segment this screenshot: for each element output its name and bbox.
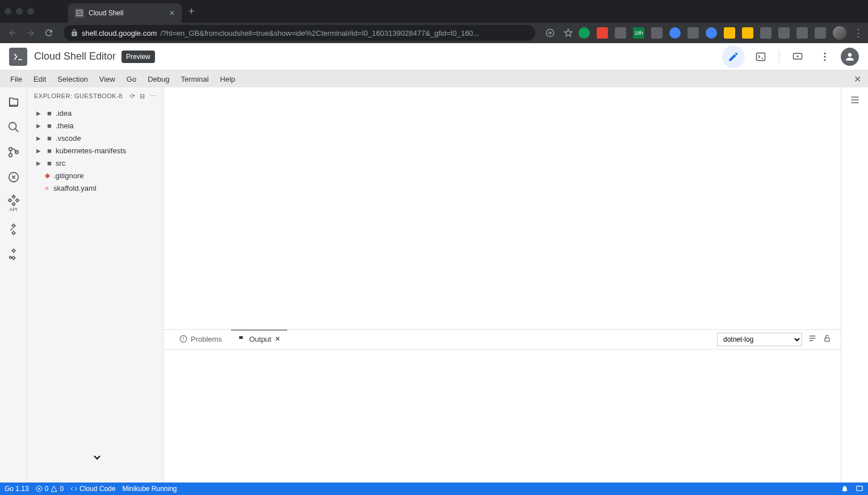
cloud-run-activity-icon[interactable] — [6, 221, 22, 237]
kubernetes-activity-icon[interactable] — [6, 246, 22, 262]
feedback-icon[interactable] — [856, 485, 863, 493]
notifications-icon[interactable] — [841, 485, 849, 493]
extension-icon-10[interactable] — [760, 27, 771, 39]
reading-list-icon[interactable] — [815, 27, 826, 39]
address-bar[interactable]: shell.cloud.google.com/?hl=en_GB&fromclo… — [64, 25, 535, 41]
file-tree: ▶■.idea ▶■.theia ▶■.vscode ▶■kubernetes-… — [27, 104, 163, 196]
output-tab[interactable]: Output ✕ — [231, 330, 287, 349]
folder-icon: ■ — [45, 109, 53, 117]
debug-activity-icon[interactable] — [6, 169, 22, 185]
svg-point-9 — [9, 154, 12, 157]
reload-button[interactable] — [41, 25, 57, 41]
extension-icon-3[interactable] — [615, 27, 626, 39]
errors-warnings[interactable]: 0 0 — [36, 485, 64, 493]
app-title: Cloud Shell Editor — [34, 51, 116, 62]
chevron-right-icon: ▶ — [36, 135, 43, 141]
profile-avatar[interactable] — [833, 26, 846, 40]
bookmark-icon[interactable] — [560, 25, 576, 41]
output-channel-select[interactable]: dotnet-log — [717, 333, 802, 346]
back-button[interactable] — [5, 25, 20, 41]
menu-help[interactable]: Help — [215, 73, 241, 86]
extensions-menu-icon[interactable] — [796, 27, 808, 39]
menu-view[interactable]: View — [94, 73, 121, 86]
menu-debug[interactable]: Debug — [142, 73, 175, 86]
folder-icon: ■ — [45, 146, 53, 154]
tree-file-skaffold[interactable]: ≡skaffold.yaml — [27, 182, 163, 194]
window-close[interactable] — [5, 8, 11, 15]
explorer-activity-icon[interactable] — [6, 94, 22, 110]
clear-output-icon[interactable] — [808, 334, 817, 345]
menu-go[interactable]: Go — [121, 73, 142, 86]
problems-tab[interactable]: Problems — [173, 330, 229, 349]
activity-bar: API — [0, 87, 27, 483]
refresh-icon[interactable]: ⟳ — [130, 93, 136, 100]
chevron-right-icon: ▶ — [36, 148, 43, 154]
output-content[interactable] — [163, 350, 841, 483]
tree-file-gitignore[interactable]: ◆.gitignore — [27, 169, 163, 182]
tree-folder-kubernetes[interactable]: ▶■kubernetes-manifests — [27, 144, 163, 157]
tree-folder-src[interactable]: ▶■src — [27, 157, 163, 169]
menu-file[interactable]: File — [5, 73, 28, 86]
search-activity-icon[interactable] — [6, 119, 22, 135]
more-menu-button[interactable] — [814, 45, 836, 68]
new-tab-button[interactable]: + — [188, 6, 195, 18]
extension-icon-badge[interactable]: 18h — [633, 27, 644, 39]
api-activity-icon[interactable]: API — [6, 194, 22, 212]
bottom-panel: Problems Output ✕ dotnet-log — [163, 329, 841, 483]
extension-icon-8[interactable] — [724, 27, 735, 39]
close-editor-icon[interactable]: ✕ — [854, 74, 861, 85]
window-minimize[interactable] — [16, 8, 23, 15]
folder-icon: ■ — [45, 134, 53, 142]
web-preview-button[interactable] — [786, 45, 809, 68]
collapse-all-icon[interactable]: ⊟ — [140, 93, 145, 100]
go-version[interactable]: Go 1.13 — [5, 485, 29, 493]
status-bar: Go 1.13 0 0 Cloud Code Minikube Running — [0, 483, 868, 495]
extension-icon-9[interactable] — [742, 27, 753, 39]
extension-icon-6[interactable] — [687, 27, 699, 39]
extension-icon-4[interactable] — [651, 27, 662, 39]
terminal-toggle-button[interactable] — [749, 45, 772, 68]
svg-point-6 — [824, 59, 825, 61]
source-control-activity-icon[interactable] — [6, 144, 22, 160]
tree-folder-vscode[interactable]: ▶■.vscode — [27, 132, 163, 144]
menu-selection[interactable]: Selection — [52, 73, 93, 86]
divider — [779, 50, 779, 64]
extension-icon-2[interactable] — [597, 27, 608, 39]
explorer-title: EXPLORER: GUESTBOOK-8 — [34, 93, 123, 99]
cloud-code-status[interactable]: Cloud Code — [70, 485, 115, 493]
install-app-icon[interactable] — [542, 25, 558, 41]
tab-favicon — [75, 9, 84, 18]
extension-icon-7[interactable] — [706, 27, 717, 39]
more-actions-icon[interactable]: ⋯ — [150, 93, 157, 100]
tree-folder-theia[interactable]: ▶■.theia — [27, 119, 163, 132]
right-rail — [841, 87, 868, 483]
extension-icons: 18h ⋮ — [578, 26, 863, 40]
menu-bar: File Edit Selection View Go Debug Termin… — [0, 70, 868, 87]
folder-icon: ■ — [45, 121, 53, 129]
editor-toggle-button[interactable] — [722, 45, 745, 68]
editor-content[interactable] — [163, 87, 841, 329]
browser-tab[interactable]: Cloud Shell ✕ — [68, 3, 182, 23]
outline-icon[interactable] — [847, 92, 863, 108]
tree-folder-idea[interactable]: ▶■.idea — [27, 107, 163, 119]
extension-icon-1[interactable] — [578, 27, 590, 39]
flag-icon — [238, 335, 246, 343]
menu-terminal[interactable]: Terminal — [175, 73, 214, 86]
browser-menu-icon[interactable]: ⋮ — [853, 27, 863, 39]
extension-icon-11[interactable] — [778, 27, 790, 39]
forward-button[interactable] — [23, 25, 39, 41]
preview-badge: Preview — [121, 51, 155, 63]
user-avatar[interactable] — [841, 48, 859, 66]
extension-icon-5[interactable] — [669, 27, 681, 39]
error-icon — [36, 485, 43, 492]
minikube-status[interactable]: Minikube Running — [122, 485, 177, 493]
tab-close-icon[interactable]: ✕ — [169, 9, 175, 17]
folder-icon: ■ — [45, 159, 53, 167]
close-tab-icon[interactable]: ✕ — [275, 335, 280, 343]
svg-rect-14 — [825, 338, 829, 341]
window-maximize[interactable] — [27, 8, 34, 15]
code-icon — [70, 485, 77, 492]
menu-edit[interactable]: Edit — [28, 73, 52, 86]
svg-rect-1 — [757, 53, 765, 60]
lock-scroll-icon[interactable] — [823, 334, 832, 345]
